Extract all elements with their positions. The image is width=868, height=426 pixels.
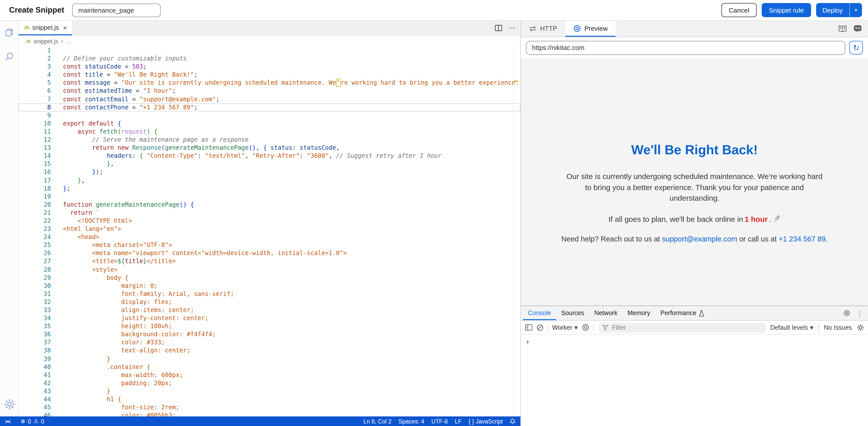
errors-count[interactable]: 0 [28,418,31,424]
code-line[interactable]: 33 align-items: center; [19,306,520,314]
snippet-rule-button[interactable]: Snippet rule [762,3,811,17]
console-filter-pill[interactable] [598,322,766,333]
clear-console-icon[interactable] [536,324,544,331]
code-line[interactable]: 18}; [19,184,520,192]
cancel-button[interactable]: Cancel [721,3,757,17]
code-line[interactable]: 35 height: 100vh; [19,322,520,330]
code-line[interactable]: 41 max-width: 600px; [19,371,520,379]
tab-close-icon[interactable]: × [63,24,67,32]
code-line[interactable]: 10export default { [19,119,520,127]
code-line[interactable]: 6const estimatedTime = "1 hour"; [19,87,520,95]
deploy-dropdown-caret[interactable]: ▾ [849,3,862,17]
settings-gear-icon[interactable] [0,399,19,410]
files-copy-icon[interactable] [4,27,14,38]
devtools-tab-network[interactable]: Network [589,306,622,320]
code-line[interactable]: 42 padding: 20px; [19,379,520,387]
code-line[interactable]: 8const contactPhone = "+1 234 567 89"; [19,103,520,111]
url-input[interactable] [526,40,845,55]
code-line[interactable]: 4const title = "We'll Be Right Back!"; [19,71,520,79]
code-line[interactable]: 2// Define your customizable inputs [19,54,520,62]
console-settings-gear-icon[interactable] [857,324,864,331]
deploy-split-button[interactable]: Deploy ▾ [816,3,862,17]
code-line[interactable]: 3const statusCode = 503; [19,62,520,70]
devtools-tab-performance[interactable]: Performance [655,306,709,320]
discord-chat-icon[interactable] [854,25,862,33]
search-icon[interactable] [4,51,14,62]
code-line[interactable]: 24 <head> [19,233,520,241]
code-line[interactable]: 13 return new Response(generateMaintenan… [19,144,520,152]
default-levels-dropdown[interactable]: Default levels ▼ [770,324,813,331]
deploy-button[interactable]: Deploy [816,3,849,17]
snippet-name-input[interactable] [72,3,161,17]
code-line[interactable]: 22 <!DOCTYPE html> [19,217,520,225]
devtools-settings-gear-icon[interactable] [843,310,850,317]
code-line[interactable]: 26 <meta name="viewport" content="width=… [19,249,520,257]
eol-type[interactable]: LF [455,418,462,424]
filter-input[interactable] [611,323,762,332]
code-line[interactable]: 21 return ` [19,209,520,217]
code-line[interactable]: 44 h1 { [19,395,520,403]
code-line[interactable]: 28 <style> [19,265,520,274]
code-line[interactable]: 43 } [19,387,520,395]
code-line[interactable]: 23<html lang="en"> [19,225,520,233]
no-issues-label[interactable]: No Issues [824,324,852,331]
language-mode[interactable]: { } JavaScript [468,418,503,424]
code-line[interactable]: 7const contactEmail = "support@example.c… [19,95,520,103]
breadcrumb-file[interactable]: snippet.js [34,38,58,45]
code-line[interactable]: 25 <meta charset="UTF-8"> [19,241,520,249]
cursor-position[interactable]: Ln 8, Col 2 [364,418,392,424]
support-email-link[interactable]: support@example.com [662,235,737,243]
code-line[interactable]: 45 font-size: 2rem; [19,403,520,411]
notifications-bell-icon[interactable] [510,418,515,424]
code-line[interactable]: 32 display: flex; [19,298,520,306]
warnings-icon[interactable]: ⚠ [33,418,38,425]
devtools-tab-memory[interactable]: Memory [622,306,655,320]
warnings-count[interactable]: 0 [41,418,44,424]
code-line[interactable]: 9 [19,111,520,119]
indentation[interactable]: Spaces: 4 [399,418,424,424]
live-expression-eye-icon[interactable] [582,324,589,331]
devtools-tab-console[interactable]: Console [523,306,556,320]
code-line[interactable]: 38 text-align: center; [19,347,520,355]
code-line[interactable]: 27 <title>${title}</title> [19,257,520,265]
code-line[interactable]: 16 }); [19,168,520,176]
refresh-button[interactable]: ↻ [849,41,863,54]
docs-book-icon[interactable] [838,25,847,32]
code-line[interactable]: 46 color: #0056b3; [19,411,520,417]
code-line[interactable]: 1 [19,47,520,54]
code-line[interactable]: 40 .container { [19,363,520,371]
split-editor-icon[interactable] [495,24,502,31]
more-actions-icon[interactable]: ⋯ [508,24,515,31]
code-line[interactable]: 29 body { [19,274,520,282]
code-line[interactable]: 5const message = "Our site is currently … [19,79,520,87]
code-line[interactable]: 17 }, [19,176,520,184]
code-line[interactable]: 37 color: #333; [19,339,520,347]
console-sidebar-toggle-icon[interactable] [525,324,532,331]
code-line[interactable]: 39 } [19,355,520,363]
execution-context-selector[interactable]: Worker ▼ [552,324,578,331]
breadcrumb[interactable]: JS snippet.js › … [19,36,520,47]
tab-snippet-js[interactable]: JS snippet.js × [19,20,72,35]
encoding[interactable]: UTF-8 [431,418,447,424]
code-line[interactable]: 36 background-color: #f4f4f4; [19,331,520,339]
code-line[interactable]: 15 }, [19,160,520,168]
console-output[interactable]: › [521,335,868,426]
phone-link[interactable]: +1 234 567 89 [779,235,826,243]
code-line[interactable]: 31 font-family: Arial, sans-serif; [19,290,520,298]
remote-indicator-icon[interactable]: >< [5,418,10,424]
breadcrumb-symbol[interactable]: … [66,38,72,45]
code-line[interactable]: 20function generateMaintenancePage() { [19,201,520,209]
devtools-tab-sources[interactable]: Sources [556,306,589,320]
code-line[interactable]: 11 async fetch(request) { [19,127,520,136]
tab-preview[interactable]: Preview [565,20,616,37]
code-line[interactable]: 12 // Serve the maintenance page as a re… [19,136,520,144]
overview-ruler[interactable] [513,47,514,417]
code-line[interactable]: 34 justify-content: center; [19,314,520,322]
code-area[interactable]: 12// Define your customizable inputs3con… [19,47,520,417]
devtools-more-options-icon[interactable]: ⋮ [857,309,863,317]
code-line[interactable]: 30 margin: 0; [19,282,520,290]
code-line[interactable]: 14 headers: { "Content-Type": "text/html… [19,152,520,160]
console-prompt-chevron[interactable]: › [526,337,529,345]
code-line[interactable]: 19 [19,192,520,200]
tab-http[interactable]: HTTP [521,20,565,37]
